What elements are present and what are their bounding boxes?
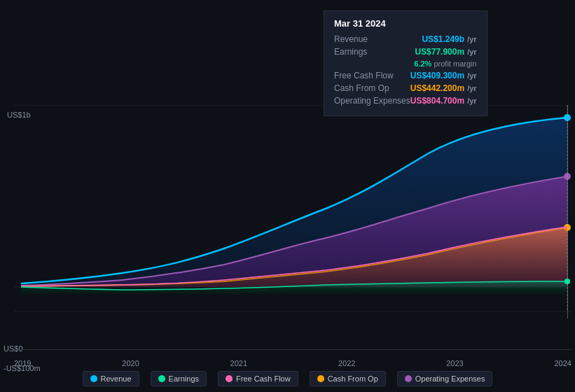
tooltip-opex-label: Operating Expenses [334,96,410,106]
x-label-2023: 2023 [446,359,463,368]
y-axis-zero-label: US$0 [4,344,23,353]
tooltip-revenue-row: Revenue US$1.249b/yr [334,34,477,44]
tooltip-earnings-row: Earnings US$77.900m/yr [334,47,477,57]
legend-dot-earnings [158,375,165,382]
chart-svg [0,105,575,343]
x-label-2024: 2024 [554,359,571,368]
tooltip-revenue-label: Revenue [334,34,404,44]
chart-area [0,105,575,343]
tooltip-fcf-row: Free Cash Flow US$409.300m/yr [334,71,477,80]
legend-item-cashfromop[interactable]: Cash From Op [310,371,386,386]
legend-dot-cashfromop [317,375,324,382]
tooltip-fcf-label: Free Cash Flow [334,71,404,80]
legend-item-opex[interactable]: Operating Expenses [397,371,493,386]
tooltip-cashfromop-row: Cash From Op US$442.200m/yr [334,83,477,93]
legend-item-revenue[interactable]: Revenue [83,371,139,386]
legend-item-earnings[interactable]: Earnings [151,371,207,386]
profit-margin-text: 6.2% profit margin [414,59,476,68]
x-label-2021: 2021 [230,359,247,368]
x-label-2020: 2020 [122,359,139,368]
tooltip-date: Mar 31 2024 [334,18,477,29]
legend-item-fcf[interactable]: Free Cash Flow [218,371,298,386]
legend-label-revenue: Revenue [101,374,132,383]
legend-dot-revenue [90,375,97,382]
x-label-2019: 2019 [14,359,31,368]
tooltip-cashfromop-value: US$442.200m/yr [410,83,477,93]
legend-label-fcf: Free Cash Flow [236,374,291,383]
tooltip-box: Mar 31 2024 Revenue US$1.249b/yr Earning… [324,10,487,116]
legend-label-earnings: Earnings [169,374,199,383]
chart-container: Mar 31 2024 Revenue US$1.249b/yr Earning… [0,0,575,392]
tooltip-cashfromop-label: Cash From Op [334,83,404,93]
legend-dot-fcf [226,375,233,382]
tooltip-fcf-value: US$409.300m/yr [410,71,477,80]
legend: Revenue Earnings Free Cash Flow Cash Fro… [83,371,493,386]
legend-dot-opex [405,375,412,382]
tooltip-profit-margin-row: 6.2% profit margin [334,59,477,68]
zero-line [14,349,571,350]
tooltip-revenue-value: US$1.249b/yr [422,34,476,44]
tooltip-earnings-value: US$77.900m/yr [415,47,476,57]
legend-label-cashfromop: Cash From Op [328,374,378,383]
legend-label-opex: Operating Expenses [415,374,485,383]
x-label-2022: 2022 [338,359,355,368]
tooltip-opex-row: Operating Expenses US$804.700m/yr [334,96,477,106]
tooltip-earnings-label: Earnings [334,47,404,57]
x-axis: 2019 2020 2021 2022 2023 2024 [14,359,571,368]
tooltip-opex-value: US$804.700m/yr [410,96,477,106]
